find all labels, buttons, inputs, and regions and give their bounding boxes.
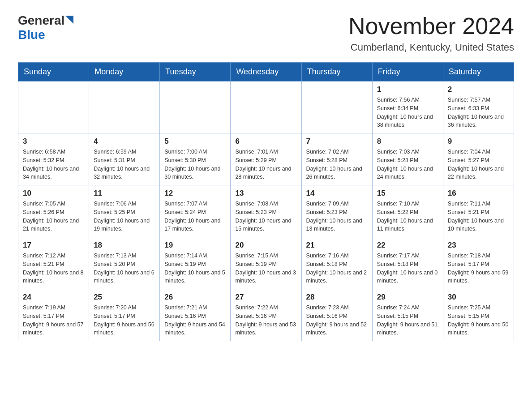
col-header-thursday: Thursday bbox=[301, 63, 372, 81]
day-number: 29 bbox=[377, 293, 438, 302]
day-number: 14 bbox=[306, 189, 368, 198]
day-number: 20 bbox=[235, 241, 296, 250]
calendar-cell bbox=[160, 81, 231, 133]
day-number: 18 bbox=[94, 241, 155, 250]
day-number: 19 bbox=[164, 241, 226, 250]
calendar-cell: 30Sunrise: 7:25 AMSunset: 5:15 PMDayligh… bbox=[443, 289, 514, 341]
logo: General Blue bbox=[18, 13, 73, 42]
day-info: Sunrise: 7:25 AMSunset: 5:15 PMDaylight:… bbox=[448, 304, 509, 337]
day-number: 9 bbox=[448, 137, 509, 146]
day-number: 24 bbox=[23, 293, 84, 302]
day-number: 13 bbox=[235, 189, 296, 198]
day-info: Sunrise: 7:03 AMSunset: 5:28 PMDaylight:… bbox=[377, 148, 438, 181]
day-info: Sunrise: 7:09 AMSunset: 5:23 PMDaylight:… bbox=[306, 200, 368, 233]
day-number: 8 bbox=[377, 137, 438, 146]
day-info: Sunrise: 7:15 AMSunset: 5:19 PMDaylight:… bbox=[235, 252, 296, 285]
calendar-cell bbox=[231, 81, 301, 133]
calendar-cell: 24Sunrise: 7:19 AMSunset: 5:17 PMDayligh… bbox=[18, 289, 89, 341]
calendar-cell: 28Sunrise: 7:23 AMSunset: 5:16 PMDayligh… bbox=[301, 289, 372, 341]
day-info: Sunrise: 7:02 AMSunset: 5:28 PMDaylight:… bbox=[306, 148, 368, 181]
calendar-month-title: November 2024 bbox=[348, 13, 514, 39]
day-info: Sunrise: 7:18 AMSunset: 5:17 PMDaylight:… bbox=[448, 252, 509, 285]
day-number: 1 bbox=[377, 85, 438, 94]
day-number: 17 bbox=[23, 241, 84, 250]
day-info: Sunrise: 7:12 AMSunset: 5:21 PMDaylight:… bbox=[23, 252, 84, 285]
logo-general-text: General bbox=[18, 13, 64, 28]
logo-arrow-icon bbox=[65, 16, 73, 24]
day-info: Sunrise: 7:21 AMSunset: 5:16 PMDaylight:… bbox=[164, 304, 226, 337]
day-number: 10 bbox=[23, 189, 84, 198]
col-header-monday: Monday bbox=[89, 63, 160, 81]
col-header-saturday: Saturday bbox=[443, 63, 514, 81]
calendar-cell: 13Sunrise: 7:08 AMSunset: 5:23 PMDayligh… bbox=[231, 185, 301, 237]
day-number: 22 bbox=[377, 241, 438, 250]
calendar-cell: 18Sunrise: 7:13 AMSunset: 5:20 PMDayligh… bbox=[89, 237, 160, 289]
day-info: Sunrise: 7:01 AMSunset: 5:29 PMDaylight:… bbox=[235, 148, 296, 181]
day-number: 6 bbox=[235, 137, 296, 146]
day-number: 5 bbox=[164, 137, 226, 146]
calendar-cell: 20Sunrise: 7:15 AMSunset: 5:19 PMDayligh… bbox=[231, 237, 301, 289]
day-number: 15 bbox=[377, 189, 438, 198]
calendar-cell: 27Sunrise: 7:22 AMSunset: 5:16 PMDayligh… bbox=[231, 289, 301, 341]
calendar-cell: 23Sunrise: 7:18 AMSunset: 5:17 PMDayligh… bbox=[443, 237, 514, 289]
calendar-cell: 8Sunrise: 7:03 AMSunset: 5:28 PMDaylight… bbox=[372, 133, 443, 185]
calendar-cell: 22Sunrise: 7:17 AMSunset: 5:18 PMDayligh… bbox=[372, 237, 443, 289]
day-number: 27 bbox=[235, 293, 296, 302]
calendar-cell: 1Sunrise: 7:56 AMSunset: 6:34 PMDaylight… bbox=[372, 81, 443, 133]
day-number: 4 bbox=[94, 137, 155, 146]
day-number: 16 bbox=[448, 189, 509, 198]
day-number: 23 bbox=[448, 241, 509, 250]
calendar-cell: 12Sunrise: 7:07 AMSunset: 5:24 PMDayligh… bbox=[160, 185, 231, 237]
col-header-sunday: Sunday bbox=[18, 63, 89, 81]
calendar-cell: 26Sunrise: 7:21 AMSunset: 5:16 PMDayligh… bbox=[160, 289, 231, 341]
day-info: Sunrise: 7:04 AMSunset: 5:27 PMDaylight:… bbox=[448, 148, 509, 181]
day-number: 30 bbox=[448, 293, 509, 302]
day-number: 7 bbox=[306, 137, 368, 146]
day-info: Sunrise: 7:57 AMSunset: 6:33 PMDaylight:… bbox=[448, 96, 509, 129]
day-number: 12 bbox=[164, 189, 226, 198]
day-number: 28 bbox=[306, 293, 368, 302]
logo-blue-text: Blue bbox=[18, 28, 45, 42]
calendar-cell: 21Sunrise: 7:16 AMSunset: 5:18 PMDayligh… bbox=[301, 237, 372, 289]
calendar-cell: 11Sunrise: 7:06 AMSunset: 5:25 PMDayligh… bbox=[89, 185, 160, 237]
calendar-cell: 6Sunrise: 7:01 AMSunset: 5:29 PMDaylight… bbox=[231, 133, 301, 185]
calendar-cell bbox=[89, 81, 160, 133]
day-info: Sunrise: 7:24 AMSunset: 5:15 PMDaylight:… bbox=[377, 304, 438, 337]
calendar-cell: 17Sunrise: 7:12 AMSunset: 5:21 PMDayligh… bbox=[18, 237, 89, 289]
calendar-cell: 29Sunrise: 7:24 AMSunset: 5:15 PMDayligh… bbox=[372, 289, 443, 341]
calendar-title-area: November 2024 Cumberland, Kentucky, Unit… bbox=[348, 13, 514, 53]
calendar-cell: 2Sunrise: 7:57 AMSunset: 6:33 PMDaylight… bbox=[443, 81, 514, 133]
col-header-wednesday: Wednesday bbox=[231, 63, 301, 81]
day-info: Sunrise: 7:17 AMSunset: 5:18 PMDaylight:… bbox=[377, 252, 438, 285]
calendar-cell: 3Sunrise: 6:58 AMSunset: 5:32 PMDaylight… bbox=[18, 133, 89, 185]
day-info: Sunrise: 7:56 AMSunset: 6:34 PMDaylight:… bbox=[377, 96, 438, 129]
calendar-cell: 5Sunrise: 7:00 AMSunset: 5:30 PMDaylight… bbox=[160, 133, 231, 185]
calendar-cell: 16Sunrise: 7:11 AMSunset: 5:21 PMDayligh… bbox=[443, 185, 514, 237]
day-info: Sunrise: 7:11 AMSunset: 5:21 PMDaylight:… bbox=[448, 200, 509, 233]
day-number: 26 bbox=[164, 293, 226, 302]
calendar-cell: 19Sunrise: 7:14 AMSunset: 5:19 PMDayligh… bbox=[160, 237, 231, 289]
week-row-4: 17Sunrise: 7:12 AMSunset: 5:21 PMDayligh… bbox=[18, 237, 514, 289]
calendar-cell: 25Sunrise: 7:20 AMSunset: 5:17 PMDayligh… bbox=[89, 289, 160, 341]
day-info: Sunrise: 7:16 AMSunset: 5:18 PMDaylight:… bbox=[306, 252, 368, 285]
col-header-tuesday: Tuesday bbox=[160, 63, 231, 81]
col-header-friday: Friday bbox=[372, 63, 443, 81]
calendar-cell: 9Sunrise: 7:04 AMSunset: 5:27 PMDaylight… bbox=[443, 133, 514, 185]
week-row-1: 1Sunrise: 7:56 AMSunset: 6:34 PMDaylight… bbox=[18, 81, 514, 133]
calendar-cell bbox=[18, 81, 89, 133]
day-info: Sunrise: 7:00 AMSunset: 5:30 PMDaylight:… bbox=[164, 148, 226, 181]
day-info: Sunrise: 7:06 AMSunset: 5:25 PMDaylight:… bbox=[94, 200, 155, 233]
day-info: Sunrise: 7:05 AMSunset: 5:26 PMDaylight:… bbox=[23, 200, 84, 233]
calendar-location: Cumberland, Kentucky, United States bbox=[348, 42, 514, 53]
day-info: Sunrise: 7:14 AMSunset: 5:19 PMDaylight:… bbox=[164, 252, 226, 285]
calendar-cell: 10Sunrise: 7:05 AMSunset: 5:26 PMDayligh… bbox=[18, 185, 89, 237]
svg-marker-0 bbox=[65, 16, 73, 24]
day-number: 11 bbox=[94, 189, 155, 198]
calendar-cell: 15Sunrise: 7:10 AMSunset: 5:22 PMDayligh… bbox=[372, 185, 443, 237]
day-info: Sunrise: 7:13 AMSunset: 5:20 PMDaylight:… bbox=[94, 252, 155, 285]
day-info: Sunrise: 7:08 AMSunset: 5:23 PMDaylight:… bbox=[235, 200, 296, 233]
day-info: Sunrise: 6:58 AMSunset: 5:32 PMDaylight:… bbox=[23, 148, 84, 181]
day-info: Sunrise: 7:22 AMSunset: 5:16 PMDaylight:… bbox=[235, 304, 296, 337]
day-info: Sunrise: 7:07 AMSunset: 5:24 PMDaylight:… bbox=[164, 200, 226, 233]
day-info: Sunrise: 7:20 AMSunset: 5:17 PMDaylight:… bbox=[94, 304, 155, 337]
